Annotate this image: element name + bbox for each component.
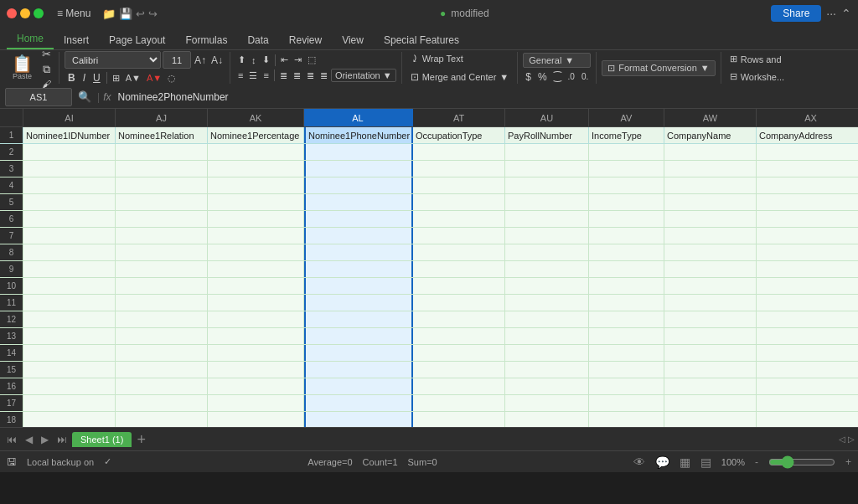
- table-cell[interactable]: [664, 295, 757, 311]
- table-cell[interactable]: [23, 194, 116, 210]
- bold-button[interactable]: B: [65, 71, 79, 85]
- table-cell[interactable]: [304, 161, 413, 177]
- table-cell[interactable]: [664, 328, 757, 344]
- table-cell[interactable]: [505, 177, 589, 193]
- redo-button[interactable]: ↪: [148, 8, 158, 20]
- table-cell[interactable]: [757, 328, 858, 344]
- page-view-button[interactable]: ▤: [700, 455, 711, 469]
- tab-review[interactable]: Review: [279, 31, 332, 49]
- align-justify-center-button[interactable]: ≣: [291, 69, 303, 82]
- table-cell[interactable]: [116, 345, 208, 361]
- table-cell[interactable]: [413, 295, 505, 311]
- table-cell[interactable]: [664, 177, 757, 193]
- worksheet-button[interactable]: ⊟ Workshe...: [726, 69, 788, 84]
- thousands-button[interactable]: ⁐: [551, 70, 564, 83]
- table-cell[interactable]: [589, 278, 664, 294]
- table-cell[interactable]: [757, 261, 858, 277]
- table-cell[interactable]: [304, 228, 413, 244]
- fill-color-button[interactable]: A▼: [123, 72, 143, 84]
- more-options-button[interactable]: ···: [826, 7, 836, 20]
- cell-AJ-1[interactable]: Nominee1Relation: [116, 127, 208, 143]
- tab-data[interactable]: Data: [237, 31, 278, 49]
- table-cell[interactable]: [304, 395, 413, 411]
- table-cell[interactable]: [116, 412, 208, 427]
- table-cell[interactable]: [304, 295, 413, 311]
- align-bottom-button[interactable]: ⬇: [260, 54, 272, 66]
- search-formula-button[interactable]: 🔍: [75, 90, 94, 104]
- table-cell[interactable]: [208, 412, 304, 427]
- table-cell[interactable]: [757, 395, 858, 411]
- table-cell[interactable]: [23, 412, 116, 427]
- table-cell[interactable]: [664, 244, 757, 260]
- table-cell[interactable]: [505, 395, 589, 411]
- align-left-button[interactable]: ≡: [235, 69, 246, 81]
- table-cell[interactable]: [413, 311, 505, 327]
- align-center-button[interactable]: ☰: [246, 69, 260, 82]
- format-conversion-button[interactable]: ⊡ Format Conversion ▼: [602, 60, 715, 76]
- prev-sheet-button[interactable]: ◀: [22, 432, 36, 447]
- table-cell[interactable]: [116, 144, 208, 160]
- table-cell[interactable]: [664, 311, 757, 327]
- table-cell[interactable]: [116, 228, 208, 244]
- increase-decimal-button[interactable]: .0: [566, 71, 577, 82]
- table-cell[interactable]: [505, 412, 589, 427]
- table-cell[interactable]: [664, 161, 757, 177]
- table-cell[interactable]: [757, 144, 858, 160]
- cell-AL-1[interactable]: Nominee1PhoneNumber: [304, 127, 413, 143]
- table-cell[interactable]: [505, 228, 589, 244]
- col-header-AJ[interactable]: AJ: [116, 109, 208, 126]
- table-cell[interactable]: [413, 378, 505, 394]
- italic-button[interactable]: I: [80, 71, 89, 85]
- table-cell[interactable]: [304, 362, 413, 378]
- table-cell[interactable]: [208, 228, 304, 244]
- maximize-button[interactable]: [34, 8, 44, 18]
- table-cell[interactable]: [505, 345, 589, 361]
- font-size-increase-button[interactable]: A↑: [193, 54, 208, 67]
- table-cell[interactable]: [23, 395, 116, 411]
- close-button[interactable]: [7, 8, 17, 18]
- formula-input[interactable]: [114, 90, 853, 105]
- cell-AK-1[interactable]: Nominee1Percentage: [208, 127, 304, 143]
- table-cell[interactable]: [208, 328, 304, 344]
- cell-AT-1[interactable]: OccupationType: [413, 127, 505, 143]
- minimize-button[interactable]: [20, 8, 30, 18]
- table-cell[interactable]: [664, 362, 757, 378]
- table-cell[interactable]: [505, 244, 589, 260]
- table-cell[interactable]: [589, 395, 664, 411]
- table-cell[interactable]: [23, 211, 116, 227]
- table-cell[interactable]: [589, 412, 664, 427]
- merge-center-button[interactable]: ⊡ Merge and Center ▼: [407, 69, 513, 85]
- table-cell[interactable]: [304, 278, 413, 294]
- table-cell[interactable]: [664, 194, 757, 210]
- table-cell[interactable]: [116, 362, 208, 378]
- table-cell[interactable]: [413, 244, 505, 260]
- decrease-decimal-button[interactable]: 0.: [579, 71, 591, 82]
- col-header-AX[interactable]: AX: [757, 109, 858, 126]
- col-header-AT[interactable]: AT: [413, 109, 505, 126]
- cell-AW-1[interactable]: CompanyName: [664, 127, 757, 143]
- table-cell[interactable]: [505, 144, 589, 160]
- table-cell[interactable]: [304, 177, 413, 193]
- table-cell[interactable]: [664, 378, 757, 394]
- table-cell[interactable]: [304, 144, 413, 160]
- table-cell[interactable]: [304, 378, 413, 394]
- table-cell[interactable]: [589, 378, 664, 394]
- border-button[interactable]: ⊞: [110, 72, 122, 85]
- share-button[interactable]: Share: [771, 5, 821, 22]
- table-cell[interactable]: [505, 311, 589, 327]
- table-cell[interactable]: [116, 194, 208, 210]
- table-cell[interactable]: [116, 161, 208, 177]
- wrap-text-button[interactable]: ⤸ Wrap Text: [407, 51, 513, 66]
- copy-button[interactable]: ⧉: [40, 62, 53, 77]
- underline-button[interactable]: U: [90, 71, 104, 85]
- undo-button[interactable]: ↩: [136, 8, 145, 20]
- align-right-button[interactable]: ≡: [261, 69, 271, 81]
- clear-button[interactable]: ◌: [165, 72, 178, 85]
- col-header-AW[interactable]: AW: [664, 109, 757, 126]
- table-cell[interactable]: [208, 161, 304, 177]
- table-cell[interactable]: [505, 161, 589, 177]
- menu-button[interactable]: ≡ Menu: [52, 6, 96, 21]
- table-cell[interactable]: [116, 395, 208, 411]
- table-cell[interactable]: [208, 211, 304, 227]
- expand-collapse-button[interactable]: ⬚: [305, 54, 318, 66]
